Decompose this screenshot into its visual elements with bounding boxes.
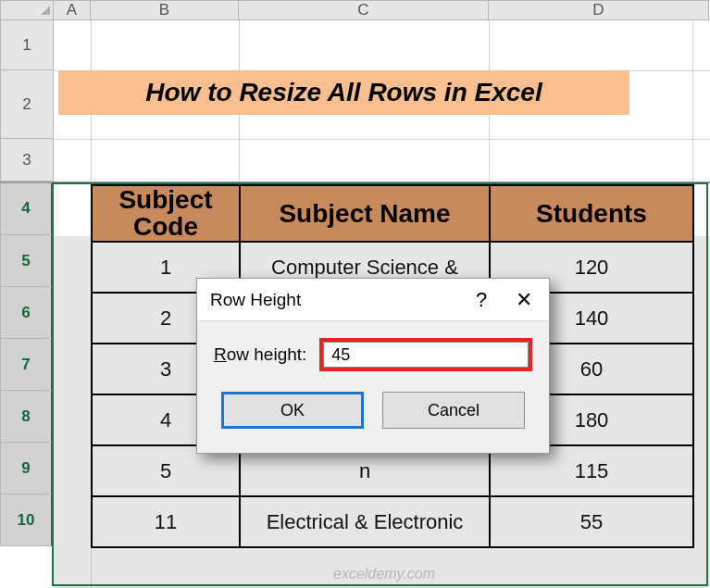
- active-cell-highlight: [54, 184, 91, 236]
- gridline: [54, 139, 710, 140]
- cancel-button[interactable]: Cancel: [382, 392, 525, 429]
- row-header-2[interactable]: 2: [0, 70, 54, 139]
- row-header-1[interactable]: 1: [0, 20, 54, 70]
- dialog-close-button[interactable]: ✕: [503, 281, 545, 319]
- column-header-C[interactable]: C: [239, 0, 489, 20]
- cell-students[interactable]: 55: [490, 496, 693, 547]
- page-title: How to Resize All Rows in Excel: [58, 70, 629, 115]
- row-height-input-highlight: [319, 338, 532, 371]
- gridline: [692, 20, 693, 181]
- row-height-label: Row height:: [214, 344, 306, 365]
- header-subject-code[interactable]: Subject Code: [92, 185, 240, 242]
- row-header-8[interactable]: 8: [0, 391, 54, 443]
- header-subject-name[interactable]: Subject Name: [240, 185, 490, 242]
- watermark-text: exceldemy.com: [333, 566, 435, 582]
- column-header-row: A B C D: [0, 0, 710, 20]
- freeze-pane-divider: [0, 181, 710, 183]
- row-header-4[interactable]: 4: [0, 181, 54, 235]
- row-header-7[interactable]: 7: [0, 339, 54, 391]
- cell-code[interactable]: 11: [92, 496, 240, 547]
- row-height-dialog: Row Height ? ✕ Row height: OK Cancel: [196, 278, 550, 454]
- column-header-A[interactable]: A: [54, 0, 91, 20]
- row-height-input[interactable]: [323, 342, 529, 368]
- table-header-row: Subject Code Subject Name Students: [92, 185, 693, 242]
- column-header-B[interactable]: B: [91, 0, 239, 20]
- row-header-6[interactable]: 6: [0, 287, 54, 339]
- header-students[interactable]: Students: [490, 185, 693, 242]
- ok-button[interactable]: OK: [221, 392, 364, 429]
- dialog-titlebar[interactable]: Row Height ? ✕: [197, 279, 549, 321]
- column-header-D[interactable]: D: [489, 0, 709, 20]
- table-row: 11 Electrical & Electronic 55: [92, 496, 693, 547]
- dialog-body: Row height: OK Cancel: [197, 321, 549, 442]
- dialog-title: Row Height: [210, 290, 301, 310]
- row-header-10[interactable]: 10: [0, 494, 54, 546]
- row-header-9[interactable]: 9: [0, 443, 54, 494]
- cell-name[interactable]: Electrical & Electronic: [240, 496, 490, 547]
- help-icon: ?: [476, 288, 487, 312]
- close-icon: ✕: [516, 288, 532, 312]
- dialog-help-button[interactable]: ?: [460, 281, 503, 319]
- row-header-5[interactable]: 5: [0, 235, 54, 287]
- row-header-column: 1 2 3 4 5 6 7 8 9 10: [0, 20, 54, 546]
- row-header-3[interactable]: 3: [0, 139, 54, 181]
- select-all-corner[interactable]: [0, 0, 54, 20]
